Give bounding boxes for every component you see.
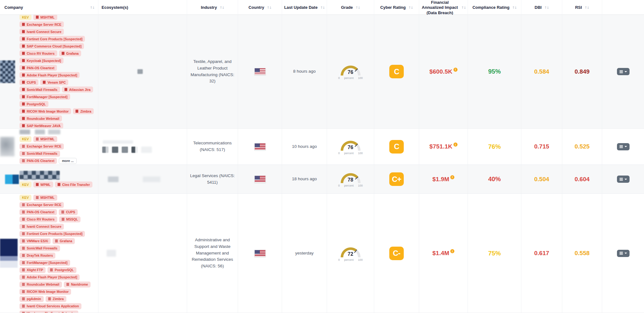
company-cell[interactable]: KEVWPMLCleo File Transfer — [0, 165, 98, 193]
column-header-industry[interactable]: Industry ↑↓ — [187, 0, 238, 15]
vuln-tag[interactable]: FortiManager [Suspected] — [19, 260, 70, 266]
gauge-scale: 0 percent 100 — [338, 184, 363, 187]
sort-icon[interactable]: ↑↓ — [320, 6, 325, 10]
info-icon[interactable]: ! — [450, 249, 454, 253]
vuln-tag[interactable]: WPML — [33, 182, 53, 187]
compliance-value: 76% — [488, 143, 501, 150]
sort-icon[interactable]: ↑↓ — [461, 6, 466, 10]
info-icon[interactable]: ! — [453, 143, 458, 147]
financial-impact-wrap: $1.9M ! — [432, 176, 454, 183]
vuln-tag[interactable]: Atlassian Jira — [62, 87, 93, 92]
row-actions-button[interactable] — [617, 250, 630, 257]
vuln-tag[interactable]: SonicWall Firewalls — [19, 245, 60, 251]
sort-icon[interactable]: ↑↓ — [544, 6, 548, 10]
kev-tag[interactable]: KEV — [19, 15, 31, 20]
column-header-label: Company — [4, 5, 23, 10]
grade-value: 76 — [341, 70, 361, 75]
vuln-tag[interactable]: Grafana — [59, 50, 81, 56]
column-header-company[interactable]: Company ↑↓ — [0, 0, 98, 15]
vuln-tag[interactable]: MSHTML — [33, 136, 57, 142]
vuln-tag[interactable]: CUPS — [59, 209, 78, 215]
vuln-tag[interactable]: PostgreSQL — [19, 101, 48, 107]
info-icon[interactable]: ! — [453, 68, 458, 72]
vuln-tag[interactable]: CUPS — [19, 79, 38, 85]
vuln-tag[interactable]: Fortinet Core Products [Suspected] — [19, 231, 85, 237]
column-header-compliance-rating[interactable]: Compliance Rating ↑↓ — [468, 0, 521, 15]
sort-icon[interactable]: ↑↓ — [355, 6, 360, 10]
vuln-tag[interactable]: Exchange Server RCE — [19, 21, 64, 27]
vuln-tag[interactable]: Cisco RV Routers — [19, 216, 57, 222]
companies-table: Company ↑↓ Ecosystem(s) Industry ↑↓ Coun… — [0, 0, 644, 313]
vuln-tag[interactable]: SAP NetWeaver JAVA — [19, 123, 63, 128]
info-icon[interactable]: ! — [450, 175, 454, 179]
vuln-tag[interactable]: Ivanti Cloud Services Application — [19, 303, 81, 309]
vuln-tag[interactable]: PostgreSQL — [47, 267, 76, 273]
vuln-tag[interactable]: Adobe Flash Player [Suspected] — [19, 274, 80, 280]
vuln-tag[interactable]: MSHTML — [33, 195, 57, 201]
vuln-tag[interactable]: Cleo File Transfer — [55, 182, 92, 187]
company-logo-redacted — [0, 239, 18, 268]
rsi-cell: 0.558 — [562, 194, 602, 313]
column-header-last-update-date[interactable]: Last Update Date ↑↓ — [282, 0, 327, 15]
industry-label: Legal Services (NAICS: 5411) — [187, 173, 238, 186]
sort-icon[interactable]: ↑↓ — [408, 6, 413, 10]
vuln-tag[interactable]: RICOH Web Image Monitor — [19, 289, 71, 295]
vuln-tag[interactable]: Exchange Server RCE — [19, 202, 64, 208]
row-actions-button[interactable] — [617, 176, 630, 183]
vuln-tag[interactable]: SonicWall Firewalls — [19, 151, 60, 157]
vuln-tag[interactable]: Ivanti Connect Secure — [19, 29, 64, 35]
company-cell[interactable]: KEVMSHTMLExchange Server RCEPAN-OS Clear… — [0, 194, 98, 313]
column-header-label: Cyber Rating — [380, 5, 406, 10]
vuln-tag[interactable]: Navidrome — [64, 282, 91, 288]
sort-icon[interactable]: ↑↓ — [267, 6, 271, 10]
vuln-tag[interactable]: MSHTML — [33, 15, 57, 20]
column-header-cyber-rating[interactable]: Cyber Rating ↑↓ — [374, 0, 419, 15]
compliance-value: 40% — [488, 176, 501, 183]
vuln-tag[interactable]: Ivanti Connect Secure — [19, 224, 64, 230]
vuln-tag[interactable]: Fortinet Core Products [Suspected] — [19, 36, 85, 42]
column-header-dbi[interactable]: DBI ↑↓ — [521, 0, 562, 15]
vuln-tag[interactable]: DrayTek Routers — [19, 253, 55, 259]
sort-icon[interactable]: ↑↓ — [219, 6, 224, 10]
row-actions-button[interactable] — [617, 143, 630, 150]
vuln-tag[interactable]: Roundcube Webmail — [19, 115, 62, 121]
column-header-grade[interactable]: Grade ↑↓ — [327, 0, 374, 15]
menu-icon — [619, 71, 623, 72]
vuln-tag[interactable]: SAP Commerce Cloud [Suspected] — [19, 43, 84, 49]
vuln-tag[interactable]: Roundcube Webmail — [19, 282, 62, 288]
vuln-tag[interactable]: VMWare ESXi — [19, 238, 51, 244]
vuln-tag[interactable]: pgAdmin — [19, 296, 44, 302]
sort-icon[interactable]: ↑↓ — [512, 6, 516, 10]
vuln-tag[interactable]: PAN-OS Cleartext — [19, 65, 57, 71]
vuln-tag[interactable]: RICOH Web Image Monitor — [19, 108, 71, 114]
tags-toggle-button[interactable]: more ... — [59, 158, 77, 164]
vuln-tag[interactable]: Zimbra — [73, 108, 94, 114]
kev-tag[interactable]: KEV — [19, 195, 31, 201]
kev-tag[interactable]: KEV — [19, 182, 31, 187]
company-cell[interactable]: KEVMSHTMLExchange Server RCEIvanti Conne… — [0, 15, 98, 128]
kev-tag[interactable]: KEV — [19, 136, 31, 142]
sort-icon[interactable]: ↑↓ — [585, 6, 589, 10]
vuln-tag[interactable]: MSSQL — [59, 216, 80, 222]
vuln-tag[interactable]: FortiManager [Suspected] — [19, 94, 70, 100]
column-header-country[interactable]: Country ↑↓ — [238, 0, 282, 15]
vuln-tag[interactable]: Keycloak [Suspected] — [19, 58, 64, 64]
vuln-tag[interactable]: Adobe Flash Player [Suspected] — [19, 72, 80, 78]
vuln-tag[interactable]: Exchange Server RCE — [19, 143, 64, 149]
vuln-tag[interactable]: SonicWall Firewalls — [19, 87, 60, 92]
vuln-tag[interactable]: Wordpress TheEventsCalendar — [19, 310, 78, 313]
sort-icon[interactable]: ↑↓ — [90, 6, 94, 10]
company-cell[interactable]: KEVMSHTMLExchange Server RCESonicWall Fi… — [0, 129, 98, 165]
vuln-tag[interactable]: Veeam SPC — [40, 79, 68, 85]
vuln-tag[interactable]: Xlight FTP — [19, 267, 46, 273]
vuln-tag[interactable]: PAN-OS Cleartext — [19, 158, 57, 164]
vuln-tag[interactable]: Cisco RV Routers — [19, 50, 57, 56]
row-actions-button[interactable] — [617, 68, 630, 75]
column-header-rsi[interactable]: RSI ↑↓ — [562, 0, 602, 15]
column-header-financial-annualized-impact-data-breach[interactable]: Financial Annualized Impact (Data Breach… — [419, 0, 468, 15]
vuln-tag[interactable]: Grafana — [53, 238, 75, 244]
vuln-tag[interactable]: Zimbra — [46, 296, 66, 302]
ecosystem-cell — [98, 129, 187, 165]
list-icon — [22, 270, 25, 270]
vuln-tag[interactable]: PAN-OS Cleartext — [19, 209, 57, 215]
